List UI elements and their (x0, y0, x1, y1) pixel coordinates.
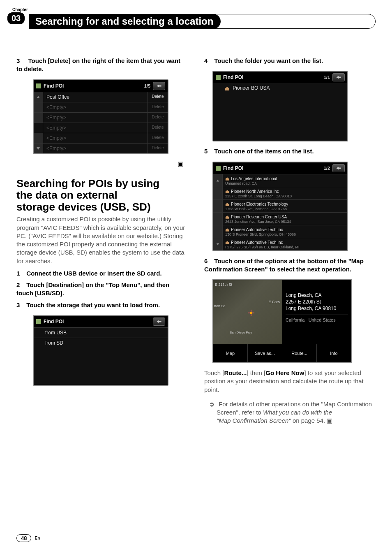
back-button[interactable] (332, 164, 345, 172)
reference-text: ➲ For details of other operations on the… (204, 400, 376, 425)
list-item[interactable]: Pioneer Electronics Technology1758 W Hol… (223, 200, 347, 212)
scroll-down-icon[interactable] (213, 238, 223, 250)
step-3: 3Touch the storage that you want to load… (16, 301, 188, 309)
delete-button-disabled: Delete (148, 133, 168, 143)
page-number: 48 (16, 534, 31, 542)
ref-arrow-icon: ➲ (209, 401, 214, 408)
figure-titlebar: Find POI 1/5 (34, 80, 168, 92)
scroll-up-icon[interactable] (34, 92, 43, 102)
map-info-panel: Long Beach, CA 2257 E 220th St Long Beac… (282, 280, 351, 344)
scroll-up-icon[interactable] (213, 174, 223, 187)
step-5: 5Touch one of the items on the list. (204, 147, 376, 155)
list-item[interactable]: from USB (34, 328, 168, 338)
figure-title: Find POI (44, 319, 153, 324)
delete-button-disabled: Delete (148, 102, 168, 112)
svg-point-2 (250, 312, 252, 314)
figure-map-confirmation: E 213th St non St E Cars San Diego Fwy L… (212, 279, 352, 363)
map-marker-icon (246, 308, 256, 318)
list-item[interactable]: Pioneer Research Center USA2643 Junction… (223, 213, 347, 225)
pin-icon (216, 166, 221, 171)
chapter-header: Searching for and selecting a location (29, 14, 376, 29)
step-1: 1Connect the USB device or insert the SD… (16, 269, 188, 278)
list-item-empty: <Empty> (43, 123, 148, 133)
list-item[interactable]: Pioneer Automotive Tech IncI 275/I 275 S… (223, 238, 347, 250)
chapter-label: Chapter (12, 7, 28, 12)
street-label: non St (214, 304, 225, 308)
back-button[interactable] (153, 82, 165, 90)
page-language: En (35, 536, 40, 540)
chapter-number-badge: 03 (7, 12, 25, 24)
pin-icon (216, 75, 221, 80)
pin-icon (36, 319, 41, 324)
list-item[interactable]: Post Offce (43, 92, 148, 102)
figure-find-poi-storage: Find POI from USB from SD (33, 315, 168, 386)
figure-find-poi-items: Find POI 1/2 Los Angeles InternationalUn… (212, 162, 348, 251)
scroll-track (213, 213, 223, 225)
figure-title: Find POI (223, 74, 324, 80)
delete-button-disabled: Delete (148, 113, 168, 123)
scroll-track (213, 187, 223, 199)
list-item-empty: <Empty> (43, 102, 148, 112)
chapter-title: Searching for and selecting a location (29, 14, 221, 29)
list-item[interactable]: Los Angeles InternationalUnnamed road, C… (223, 174, 347, 187)
step-3-delete: 3 Touch [Delete] on the right of the ite… (16, 57, 188, 74)
step-6: 6Touch one of the options at the bottom … (204, 257, 376, 274)
figure-find-poi-folder: Find POI 1/1 Pioneer BO USA (212, 71, 348, 141)
step-2: 2Touch [Destination] on the "Top Menu", … (16, 281, 188, 298)
list-item-empty: <Empty> (43, 113, 148, 123)
list-item[interactable]: Pioneer Automotive Tech Inc130 S Pioneer… (223, 225, 347, 238)
street-label: San Diego Fwy (230, 331, 252, 334)
pin-icon (36, 83, 41, 88)
section-heading: Searching for POIs by using the data on … (16, 178, 188, 213)
intro-paragraph: Creating a customized POI is possible by… (16, 215, 188, 265)
delete-button-disabled: Delete (148, 144, 168, 153)
list-item[interactable]: Pioneer North America Inc2257 E 220th St… (223, 187, 347, 199)
section-end-icon: ▣ (327, 417, 332, 424)
page-footer: 48 En (16, 534, 40, 542)
section-end-icon: ▣ (16, 160, 184, 168)
map-area[interactable]: E 213th St non St E Cars San Diego Fwy (213, 280, 282, 344)
figure-title: Find POI (223, 165, 324, 171)
route-button[interactable]: Route... (282, 344, 317, 362)
map-button[interactable]: Map (213, 344, 248, 362)
left-column: 3 Touch [Delete] on the right of the ite… (16, 53, 188, 431)
figure-find-poi-delete: Find POI 1/5 Post Offce Delete <Empty>De… (33, 79, 168, 154)
list-item[interactable]: Pioneer BO USA (213, 83, 347, 93)
list-item-empty: <Empty> (43, 144, 148, 153)
back-button[interactable] (332, 73, 345, 81)
right-column: 4Touch the folder you want on the list. … (204, 53, 376, 431)
folder-icon (225, 86, 230, 90)
step-4: 4Touch the folder you want on the list. (204, 57, 376, 65)
pager-text: 1/1 (324, 75, 330, 80)
info-button[interactable]: Info (317, 344, 351, 362)
delete-button[interactable]: Delete (148, 92, 168, 102)
street-label: E Cars (268, 300, 280, 304)
follow-up-text: Touch [Route...] then [Go Here Now] to s… (204, 369, 376, 394)
figure-title: Find POI (44, 83, 144, 89)
scroll-down-icon[interactable] (34, 144, 43, 153)
scroll-track (213, 225, 223, 238)
pager-text: 1/5 (144, 83, 150, 88)
back-button[interactable] (153, 317, 165, 326)
scroll-track (213, 200, 223, 212)
pager-text: 1/2 (324, 166, 330, 171)
street-label: E 213th St (215, 283, 232, 287)
delete-button-disabled: Delete (148, 123, 168, 133)
list-item[interactable]: from SD (34, 338, 168, 348)
list-item-empty: <Empty> (43, 133, 148, 143)
save-as-button[interactable]: Save as... (248, 344, 282, 362)
